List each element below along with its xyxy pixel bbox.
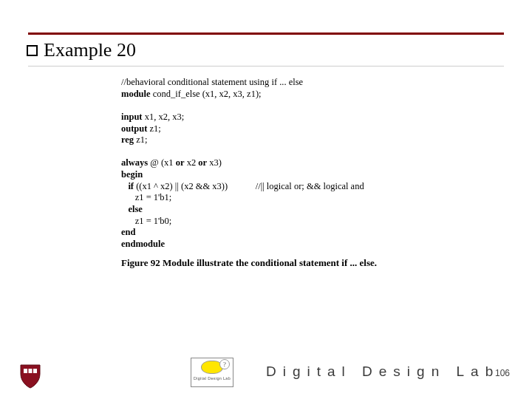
code-text: x3) xyxy=(207,157,222,168)
code-text: x1, x2, x3; xyxy=(143,112,185,122)
code-keyword: output xyxy=(121,123,147,134)
code-text: cond_if_else (x1, x2, x3, z1); xyxy=(151,89,262,99)
code-line: //behavioral conditional statement using… xyxy=(121,77,303,87)
code-keyword: end xyxy=(121,227,135,237)
question-bubble-icon: ? xyxy=(219,359,230,369)
code-keyword: else xyxy=(121,204,143,214)
code-keyword: always xyxy=(121,157,148,168)
title-row: Example 20 xyxy=(28,39,504,61)
code-keyword: or xyxy=(198,157,207,168)
code-text: @ (x1 xyxy=(148,157,176,168)
code-text: z1 = 1'b0; xyxy=(121,216,171,226)
code-keyword: if xyxy=(121,181,134,191)
page-number: 106 xyxy=(495,368,510,378)
svg-rect-1 xyxy=(29,369,33,373)
mid-rule xyxy=(28,66,504,66)
slide-title: Example 20 xyxy=(44,39,136,61)
code-keyword: module xyxy=(121,89,151,99)
top-rule xyxy=(28,33,504,35)
code-keyword: input xyxy=(121,112,143,122)
svg-rect-0 xyxy=(24,369,27,373)
figure-caption: Figure 92 Module illustrate the conditio… xyxy=(121,257,504,269)
code-text: z1 = 1'b1; xyxy=(121,192,171,202)
svg-rect-2 xyxy=(33,369,37,373)
code-text: z1; xyxy=(147,123,160,134)
code-keyword: or xyxy=(176,157,185,168)
lab-logo-icon: ? Digital Design Lab xyxy=(191,358,233,387)
code-keyword: endmodule xyxy=(121,239,165,249)
logo-small-text: Digital Design Lab xyxy=(194,376,231,381)
code-block: //behavioral conditional statement using… xyxy=(121,77,483,250)
code-keyword: reg xyxy=(121,134,134,145)
bullet-square-icon xyxy=(27,45,38,56)
crest-icon xyxy=(19,364,41,389)
code-text: x2 xyxy=(185,157,199,168)
brand-text: Digital Design Lab xyxy=(266,364,499,380)
footer: ? Digital Design Lab Digital Design Lab … xyxy=(0,355,532,389)
code-text: z1; xyxy=(134,134,147,145)
code-keyword: begin xyxy=(121,169,143,180)
code-text: ((x1 ^ x2) || (x2 && x3)) //|| logical o… xyxy=(134,181,364,191)
thought-bubble-icon: ? xyxy=(201,361,223,374)
